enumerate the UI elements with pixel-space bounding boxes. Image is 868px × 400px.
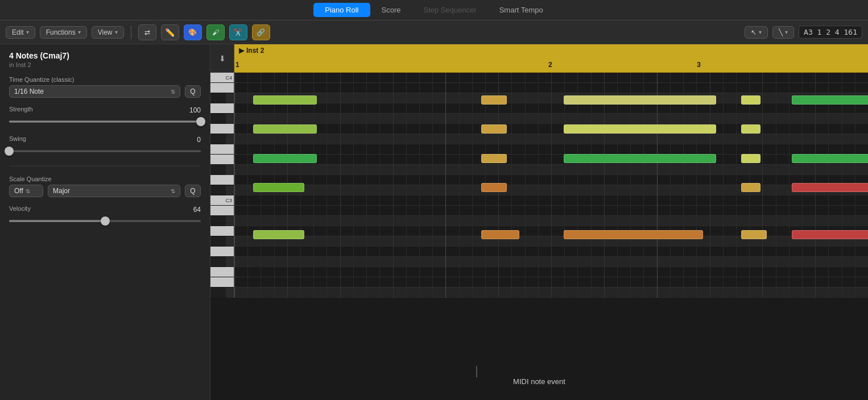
midi-note[interactable]: [741, 124, 760, 134]
scissors-btn[interactable]: ✂️: [229, 24, 247, 40]
piano-key-A2[interactable]: [210, 226, 234, 236]
piano-key-D3[interactable]: [210, 175, 234, 185]
time-quantize-select[interactable]: 1/16 Note ⇅: [9, 85, 180, 98]
grid-bar-line: [234, 73, 235, 298]
velocity-row: Velocity 64: [9, 205, 201, 214]
grid-sub-line: [366, 73, 367, 298]
view-menu-btn[interactable]: View ▾: [92, 26, 124, 39]
midi-note[interactable]: [564, 95, 716, 105]
piano-key-Bb3[interactable]: [210, 93, 226, 103]
piano-key-Ab2[interactable]: [210, 236, 226, 247]
piano-key-G3[interactable]: [210, 124, 234, 134]
midi-note[interactable]: [792, 183, 868, 192]
grid-beat-line: [393, 73, 394, 298]
midi-note[interactable]: [741, 230, 767, 239]
piano-key-Fs3[interactable]: [210, 134, 226, 144]
velocity-label: Velocity: [9, 205, 31, 212]
velocity-slider[interactable]: [9, 215, 201, 227]
piano-key-C4[interactable]: C4: [210, 73, 234, 83]
midi-note[interactable]: [564, 124, 716, 134]
scale-major-select[interactable]: Major ⇅: [48, 185, 180, 197]
swing-value: 0: [197, 136, 201, 144]
tab-score[interactable]: Score: [370, 3, 412, 17]
piano-key-A3[interactable]: [210, 103, 234, 114]
piano-key-Fs2[interactable]: [210, 257, 226, 267]
midi-note[interactable]: [481, 95, 507, 105]
midi-note[interactable]: [253, 124, 316, 134]
midi-note[interactable]: [481, 154, 507, 163]
tab-piano-roll[interactable]: Piano Roll: [313, 3, 370, 17]
tab-step-sequencer[interactable]: Step Sequencer: [412, 3, 487, 17]
link-btn[interactable]: 🔗: [252, 24, 270, 40]
functions-menu-btn[interactable]: Functions ▾: [40, 26, 87, 39]
piano-key-G2[interactable]: [210, 247, 234, 257]
piano-key-Ab3[interactable]: [210, 114, 226, 124]
midi-note[interactable]: [792, 95, 868, 105]
midi-note[interactable]: [253, 95, 316, 105]
midi-note[interactable]: [253, 154, 316, 163]
midi-note[interactable]: [564, 230, 703, 239]
piano-key-E2[interactable]: [210, 277, 234, 288]
grid-sub-line: [432, 73, 433, 298]
scale-quantize-q-btn[interactable]: Q: [185, 185, 201, 197]
midi-note[interactable]: [564, 154, 716, 163]
palette-btn[interactable]: 🎨: [184, 24, 202, 40]
note-grid[interactable]: [234, 73, 868, 298]
midi-icon: ⇄: [144, 28, 150, 36]
tab-smart-tempo[interactable]: Smart Tempo: [488, 3, 555, 17]
pencil-btn[interactable]: ✏️: [161, 24, 179, 40]
swing-thumb[interactable]: [5, 147, 14, 156]
midi-note[interactable]: [481, 230, 519, 239]
strength-slider[interactable]: [9, 116, 201, 127]
piano-key-E3[interactable]: [210, 155, 234, 165]
grid-sub-line: [723, 73, 724, 298]
piano-key-C3[interactable]: C3: [210, 195, 234, 206]
grid-sub-line: [789, 73, 790, 298]
palette-icon: 🎨: [188, 28, 197, 36]
scale-off-value: Off: [14, 187, 23, 195]
pointer-chevron-icon: ▾: [759, 29, 762, 35]
scale-off-select[interactable]: Off ⇅: [9, 185, 43, 197]
rubber-band-btn[interactable]: ╲ ▾: [772, 26, 794, 39]
velocity-thumb[interactable]: [101, 216, 110, 226]
swing-slider[interactable]: [9, 145, 201, 157]
download-icon[interactable]: ⬇: [219, 54, 226, 63]
piano-key-F3[interactable]: [210, 144, 234, 155]
grid-sub-line: [459, 73, 460, 298]
separator-1: [131, 26, 131, 39]
midi-note[interactable]: [253, 230, 304, 239]
strength-value: 100: [189, 106, 201, 114]
time-quantize-q-btn[interactable]: Q: [185, 85, 201, 98]
swing-row: Swing 0: [9, 135, 201, 144]
scale-quantize-controls: Off ⇅ Major ⇅ Q: [9, 185, 201, 197]
piano-key-F2[interactable]: [210, 267, 234, 277]
scale-major-value: Major: [53, 187, 70, 195]
piano-key-B2[interactable]: [210, 206, 234, 216]
grid-sub-line: [683, 73, 684, 298]
midi-note[interactable]: [481, 124, 507, 134]
piano-key-Eb2[interactable]: [210, 288, 226, 298]
color-btn[interactable]: 🖌: [206, 24, 225, 40]
edit-chevron-icon: ▾: [26, 29, 29, 35]
midi-note[interactable]: [741, 183, 760, 192]
midi-note[interactable]: [792, 154, 868, 163]
piano-key-Eb3[interactable]: [210, 165, 226, 175]
grid-sub-line: [379, 73, 380, 298]
grid-sub-line: [326, 73, 327, 298]
annotation-line: [476, 366, 477, 377]
pointer-btn[interactable]: ↖ ▾: [745, 26, 768, 39]
grid-sub-line: [247, 73, 248, 298]
swing-track: [9, 151, 201, 152]
midi-note[interactable]: [481, 183, 507, 192]
midi-note[interactable]: [741, 95, 760, 105]
edit-menu-btn[interactable]: Edit ▾: [6, 26, 35, 39]
midi-in-icon-btn[interactable]: ⇄: [138, 24, 156, 40]
midi-note[interactable]: [792, 230, 868, 239]
piano-key-B3[interactable]: [210, 83, 234, 93]
piano-key-Bb2[interactable]: [210, 216, 226, 226]
strength-thumb[interactable]: [196, 117, 205, 126]
grid-sub-line: [617, 73, 618, 298]
midi-note[interactable]: [253, 183, 304, 192]
piano-key-Db3[interactable]: [210, 185, 226, 195]
midi-note[interactable]: [741, 154, 760, 163]
